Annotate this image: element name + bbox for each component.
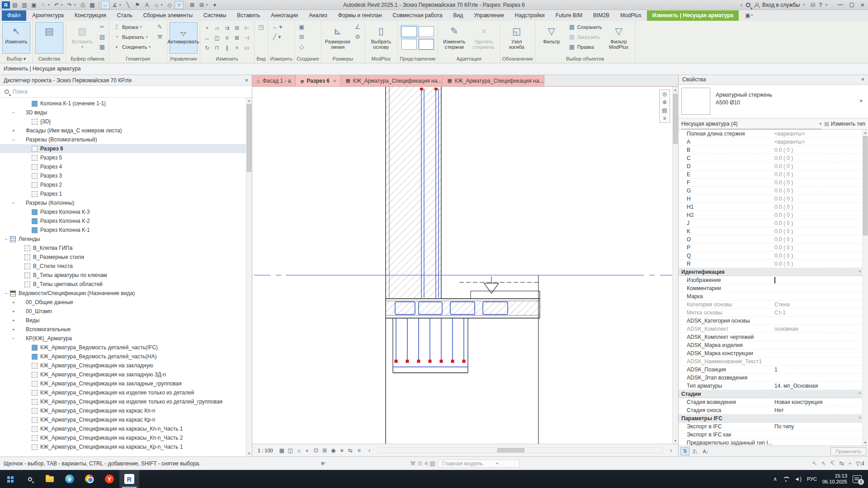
collapse-arrow-icon[interactable]: ‹ bbox=[741, 2, 742, 8]
tree-item[interactable]: +Вспомогательные bbox=[0, 325, 252, 334]
property-value[interactable]: основная bbox=[774, 326, 862, 332]
close-hidden-windows-button[interactable]: ⊠ bbox=[188, 1, 197, 9]
modify-tool-button[interactable]: ◫ bbox=[212, 33, 222, 43]
scroll-up-icon[interactable]: ▲ bbox=[246, 98, 252, 103]
tree-item[interactable]: КЖ_Арматура_Спецификация на каркас Кр-n bbox=[0, 415, 252, 424]
dropdown-caret-icon[interactable]: ▾ bbox=[48, 3, 52, 7]
section-line-button[interactable]: ╲ bbox=[123, 1, 132, 9]
ribbon-tab-insert[interactable]: Вставить bbox=[231, 10, 265, 21]
property-row[interactable]: B0.0 ( 0 ) bbox=[679, 146, 868, 154]
minimize-button[interactable]: — bbox=[837, 1, 843, 9]
create-group-button[interactable]: ▣ bbox=[297, 22, 306, 31]
tag-button[interactable]: ⚑ bbox=[133, 1, 142, 9]
tree-item[interactable]: −КР(КЖ)_Арматура bbox=[0, 334, 252, 343]
sort-alpha-button[interactable]: A↓ bbox=[701, 447, 710, 455]
property-value[interactable]: 0.0 ( 0 ) bbox=[774, 204, 868, 210]
tree-item[interactable]: В_Типы арматуры по ключам bbox=[0, 271, 252, 280]
scroll-down-icon[interactable]: ▼ bbox=[863, 440, 868, 446]
tree-item[interactable]: В_Типы цветовых областей bbox=[0, 280, 252, 289]
create-similar-button[interactable]: ◇ bbox=[297, 42, 306, 51]
edit-type-button[interactable]: ⊞ Изменить тип bbox=[824, 121, 865, 127]
scale-button[interactable]: 1 : 100 bbox=[255, 447, 276, 454]
tag-icon[interactable]: ⚑ bbox=[133, 1, 142, 9]
tree-item[interactable]: Разрез 1 bbox=[0, 189, 252, 198]
edit-selection-button[interactable]: ▩Правка bbox=[567, 42, 604, 52]
redo-icon[interactable]: ↷ bbox=[65, 1, 74, 9]
property-value[interactable]: <варианты> bbox=[774, 131, 868, 137]
view-control-icon-3[interactable]: ◐ bbox=[303, 446, 312, 455]
scrollbar-thumb[interactable] bbox=[497, 448, 524, 452]
sign-in-button[interactable]: Вход в службы bbox=[762, 2, 800, 8]
search-icon[interactable] bbox=[746, 3, 750, 7]
modify-tool-button[interactable]: ⊠ bbox=[232, 33, 242, 43]
property-row[interactable]: ADSK_Категория основы bbox=[679, 317, 868, 325]
sync-icon[interactable]: ↻ bbox=[39, 1, 48, 9]
modify-tool-button[interactable]: ↔ bbox=[203, 33, 212, 43]
property-value[interactable]: 1 bbox=[774, 366, 862, 373]
tree-item[interactable]: В_Размерные стили bbox=[0, 253, 252, 262]
measure-between-button[interactable]: ╱ ▾ bbox=[271, 32, 283, 41]
tree-item[interactable]: КЖ_Арматура_Спецификация на каркас Кп-n bbox=[0, 406, 252, 415]
property-row[interactable]: J0.0 ( 0 ) bbox=[679, 219, 868, 227]
ribbon-tab-file[interactable]: Файл bbox=[2, 10, 26, 21]
property-row[interactable]: H10.0 ( 0 ) bbox=[679, 203, 868, 211]
modify-tool-button[interactable]: + bbox=[203, 23, 212, 33]
close-tab-icon[interactable]: × bbox=[333, 78, 336, 84]
ribbon-tab-systems[interactable]: Системы bbox=[198, 10, 231, 21]
tree-expander-icon[interactable]: + bbox=[11, 128, 16, 133]
help-icon[interactable]: ? bbox=[819, 2, 822, 8]
view-tab-elevation[interactable]: ⌂Фасад 1 - а bbox=[252, 75, 296, 86]
tree-expander-icon[interactable]: − bbox=[11, 336, 16, 341]
tree-item[interactable]: −Легенды bbox=[0, 235, 252, 244]
property-value[interactable]: 0.0 ( 0 ) bbox=[774, 163, 868, 169]
nav-tool-icon-1[interactable]: ⊕ bbox=[662, 99, 667, 105]
sync-button[interactable]: ↻▾ bbox=[39, 1, 52, 9]
property-value[interactable]: 0.0 ( 0 ) bbox=[774, 155, 868, 161]
dimension-line-button[interactable]: ⊾Размерная линия bbox=[324, 22, 352, 54]
tree-item[interactable]: {3D} bbox=[0, 117, 252, 126]
delete-bar-button[interactable]: ×Удалить стержень bbox=[470, 22, 498, 54]
property-row[interactable]: P0.0 ( 0 ) bbox=[679, 244, 868, 252]
revit-logo-icon[interactable]: R bbox=[2, 1, 10, 9]
filter-modplus-button[interactable]: ▽Фильтр ModPlus bbox=[605, 22, 633, 54]
tree-item[interactable]: +00_Штамп bbox=[0, 307, 252, 316]
scroll-right-icon[interactable]: › bbox=[667, 446, 675, 455]
tree-item[interactable]: Колонна К-1 (сечение 1-1) bbox=[0, 99, 252, 108]
view-control-icon-8[interactable]: ⇆ bbox=[346, 446, 355, 455]
undo-button[interactable]: ↶▾ bbox=[52, 1, 65, 9]
property-row[interactable]: A<варианты> bbox=[679, 138, 868, 146]
type-selector-caret-icon[interactable]: ▼ bbox=[859, 88, 865, 115]
cope-button[interactable]: ⌶Врезка▾ bbox=[112, 22, 154, 32]
property-row[interactable]: D0.0 ( 0 ) bbox=[679, 162, 868, 170]
save-button[interactable]: ▣ bbox=[29, 1, 38, 9]
pin-dimension-button[interactable]: ↔ bbox=[101, 1, 110, 9]
modify-tool-button[interactable]: ⊣ bbox=[242, 33, 252, 43]
property-value[interactable]: По типу bbox=[774, 423, 868, 430]
view-control-icon-1[interactable]: ◫ bbox=[286, 446, 295, 455]
show-outline-button[interactable] bbox=[419, 39, 434, 50]
selection-filter-indicator[interactable]: ▽:4 bbox=[856, 460, 864, 467]
property-value[interactable]: 14. мп_Основная bbox=[774, 383, 868, 389]
pick-host-button[interactable]: ▯Выбрать основу bbox=[367, 22, 395, 54]
canvas-vertical-scrollbar[interactable]: ▲ ▼ bbox=[672, 87, 678, 444]
property-row[interactable]: Экспорт в IFCПо типу bbox=[679, 422, 868, 431]
ribbon-tab-precast[interactable]: Сборные элементы bbox=[138, 10, 198, 21]
file-properties-icon[interactable]: ▤ bbox=[10, 1, 19, 9]
ribbon-tab-view[interactable]: Вид bbox=[448, 10, 468, 21]
tree-item[interactable]: −Разрезы (Вспомогательный) bbox=[0, 135, 252, 144]
tree-item[interactable]: КЖ_Арматура_Ведомость деталей_часть(IFC) bbox=[0, 343, 252, 352]
measure-ruler-button[interactable]: ↔ ▾ bbox=[271, 22, 283, 31]
ribbon-tab-modplus[interactable]: ModPlus bbox=[615, 10, 647, 21]
selection-toggle-icon-1[interactable]: ⇖ bbox=[821, 460, 826, 467]
tree-expander-icon[interactable]: + bbox=[11, 318, 16, 323]
paste-button[interactable]: ▧Вставить▾ bbox=[68, 22, 96, 54]
property-row[interactable]: Категория основыСтена bbox=[679, 300, 868, 309]
cut-geometry-button[interactable]: ◔Вырезать▾ bbox=[112, 32, 154, 42]
ribbon-tab-analyze[interactable]: Анализ bbox=[303, 10, 333, 21]
property-value[interactable]: <варианты> bbox=[774, 139, 868, 145]
help-caret-icon[interactable]: ▾ bbox=[826, 3, 829, 7]
taskbar-start-button[interactable] bbox=[0, 470, 20, 488]
measure-button[interactable]: ∡▾ bbox=[110, 1, 123, 9]
revit-logo-button[interactable]: R bbox=[2, 1, 10, 9]
taskbar-search-button[interactable] bbox=[20, 470, 40, 488]
